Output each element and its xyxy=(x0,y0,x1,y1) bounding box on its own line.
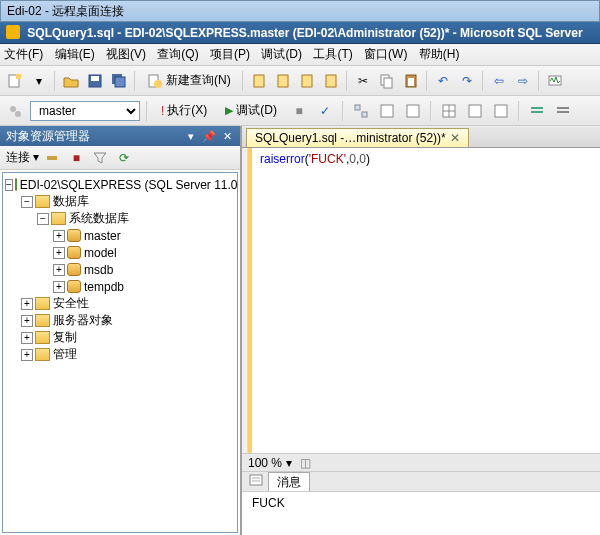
folder-icon xyxy=(35,331,50,344)
open-folder-button[interactable] xyxy=(60,70,82,92)
save-all-button[interactable] xyxy=(108,70,130,92)
parse-button[interactable]: ✓ xyxy=(314,100,336,122)
disconnect-button[interactable] xyxy=(41,147,63,169)
editor-tabstrip: SQLQuery1.sql -…ministrator (52))*✕ xyxy=(242,126,600,148)
tab-close-icon[interactable]: ✕ xyxy=(450,131,460,145)
main-area: 对象资源管理器 ▾ 📌 ✕ 连接 ▾ ■ ⟳ −EDI-02\SQLEXPRES… xyxy=(0,126,600,535)
tree-db-tempdb[interactable]: +tempdb xyxy=(5,278,235,295)
stop-conn-button[interactable]: ■ xyxy=(65,147,87,169)
debug-button[interactable]: ▶调试(D) xyxy=(218,100,284,122)
code-content[interactable]: raiserror('FUCK',0,0) xyxy=(252,148,378,453)
svg-rect-15 xyxy=(408,78,414,86)
menu-help[interactable]: 帮助(H) xyxy=(419,47,460,61)
save-button[interactable] xyxy=(84,70,106,92)
change-connection-button[interactable] xyxy=(4,100,26,122)
tree-db-master[interactable]: +master xyxy=(5,227,235,244)
cut-button[interactable]: ✂ xyxy=(352,70,374,92)
svg-point-17 xyxy=(10,106,16,112)
results-file-button[interactable] xyxy=(490,100,512,122)
rdp-window-title: Edi-02 - 远程桌面连接 xyxy=(0,0,600,22)
svg-rect-29 xyxy=(531,111,543,113)
database-icon xyxy=(67,246,81,259)
new-dropdown[interactable]: ▾ xyxy=(28,70,50,92)
folder-icon xyxy=(51,212,66,225)
sql-editor[interactable]: raiserror('FUCK',0,0) xyxy=(242,148,600,453)
zoom-bar: 100 %▾ ◫ xyxy=(242,453,600,471)
copy-button[interactable] xyxy=(376,70,398,92)
menu-view[interactable]: 视图(V) xyxy=(106,47,146,61)
menu-file[interactable]: 文件(F) xyxy=(4,47,43,61)
tree-db-model[interactable]: +model xyxy=(5,244,235,261)
zoom-dropdown-icon[interactable]: ▾ xyxy=(286,456,292,470)
separator xyxy=(538,71,540,91)
svg-rect-3 xyxy=(91,76,99,81)
tree-replication-node[interactable]: +复制 xyxy=(5,329,235,346)
comment-button[interactable] xyxy=(526,100,548,122)
menu-project[interactable]: 项目(P) xyxy=(210,47,250,61)
tree-databases-node[interactable]: −数据库 xyxy=(5,193,235,210)
svg-rect-20 xyxy=(362,112,367,117)
message-icon xyxy=(248,472,264,491)
stop-button[interactable]: ■ xyxy=(288,100,310,122)
new-project-button[interactable] xyxy=(4,70,26,92)
object-tree[interactable]: −EDI-02\SQLEXPRESS (SQL Server 11.0. −数据… xyxy=(2,172,238,533)
messages-pane[interactable]: FUCK xyxy=(242,491,600,535)
menu-debug[interactable]: 调试(D) xyxy=(261,47,302,61)
results-tabstrip: 消息 xyxy=(242,471,600,491)
results-text-button[interactable] xyxy=(464,100,486,122)
panel-close-icon[interactable]: ✕ xyxy=(220,129,234,143)
paste-button[interactable] xyxy=(400,70,422,92)
svg-rect-28 xyxy=(531,107,543,109)
svg-rect-33 xyxy=(250,475,262,485)
rdp-title-text: Edi-02 - 远程桌面连接 xyxy=(7,4,124,18)
panel-pin-icon[interactable]: 📌 xyxy=(202,129,216,143)
activity-monitor-button[interactable] xyxy=(544,70,566,92)
refresh-button[interactable]: ⟳ xyxy=(113,147,135,169)
display-plan-button[interactable] xyxy=(350,100,372,122)
tree-server-objects-node[interactable]: +服务器对象 xyxy=(5,312,235,329)
filter-button[interactable] xyxy=(89,147,111,169)
splitter-icon[interactable]: ◫ xyxy=(300,456,311,470)
menu-edit[interactable]: 编辑(E) xyxy=(55,47,95,61)
object-explorer-header: 对象资源管理器 ▾ 📌 ✕ xyxy=(0,126,240,146)
editor-tab-active[interactable]: SQLQuery1.sql -…ministrator (52))*✕ xyxy=(246,128,469,147)
connect-button[interactable]: 连接 ▾ xyxy=(6,149,39,166)
tree-server-node[interactable]: −EDI-02\SQLEXPRESS (SQL Server 11.0. xyxy=(5,176,235,193)
undo-button[interactable]: ↶ xyxy=(432,70,454,92)
nav-fwd-button[interactable]: ⇨ xyxy=(512,70,534,92)
separator xyxy=(346,71,348,91)
tree-security-node[interactable]: +安全性 xyxy=(5,295,235,312)
results-grid-button[interactable] xyxy=(438,100,460,122)
new-query-button[interactable]: 新建查询(N) xyxy=(140,70,238,92)
execute-button[interactable]: !执行(X) xyxy=(154,100,214,122)
zoom-value[interactable]: 100 % xyxy=(248,456,282,470)
xmla-query-button[interactable] xyxy=(320,70,342,92)
svg-rect-30 xyxy=(557,107,569,109)
db-engine-query-button[interactable] xyxy=(248,70,270,92)
database-select[interactable]: master xyxy=(30,101,140,121)
folder-icon xyxy=(35,297,50,310)
tree-system-databases-node[interactable]: −系统数据库 xyxy=(5,210,235,227)
menu-bar: 文件(F) 编辑(E) 视图(V) 查询(Q) 项目(P) 调试(D) 工具(T… xyxy=(0,44,600,66)
svg-rect-11 xyxy=(326,75,336,87)
menu-tools[interactable]: 工具(T) xyxy=(313,47,352,61)
menu-query[interactable]: 查询(Q) xyxy=(157,47,198,61)
tree-management-node[interactable]: +管理 xyxy=(5,346,235,363)
redo-button[interactable]: ↷ xyxy=(456,70,478,92)
nav-back-button[interactable]: ⇦ xyxy=(488,70,510,92)
panel-dropdown-icon[interactable]: ▾ xyxy=(184,129,198,143)
include-plan-button[interactable] xyxy=(376,100,398,122)
folder-icon xyxy=(35,314,50,327)
toolbar-sql: master !执行(X) ▶调试(D) ■ ✓ xyxy=(0,96,600,126)
analysis-query-button[interactable] xyxy=(272,70,294,92)
mdx-query-button[interactable] xyxy=(296,70,318,92)
svg-rect-26 xyxy=(469,105,481,117)
query-options-button[interactable] xyxy=(402,100,424,122)
menu-window[interactable]: 窗口(W) xyxy=(364,47,407,61)
messages-tab[interactable]: 消息 xyxy=(268,472,310,492)
svg-rect-32 xyxy=(47,156,57,160)
svg-rect-19 xyxy=(355,105,360,110)
uncomment-button[interactable] xyxy=(552,100,574,122)
tree-db-msdb[interactable]: +msdb xyxy=(5,261,235,278)
svg-point-18 xyxy=(15,111,21,117)
